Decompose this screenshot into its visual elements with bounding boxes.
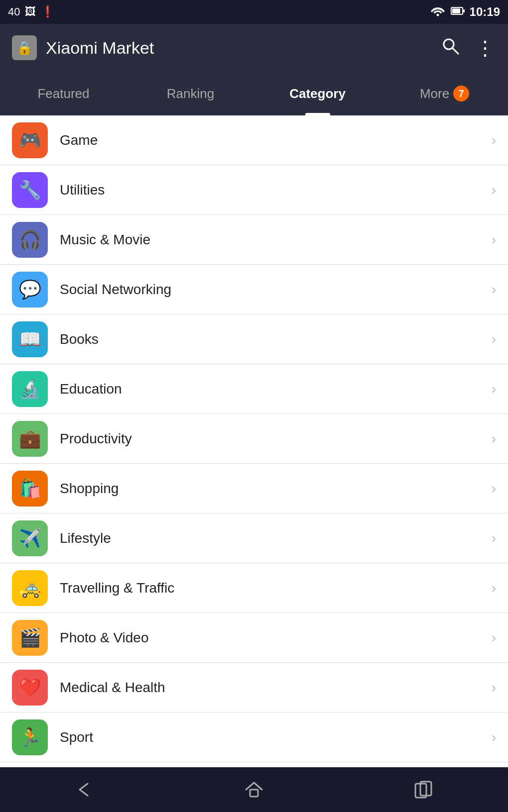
category-item-music-movie[interactable]: 🎧Music & Movie› bbox=[0, 215, 508, 265]
category-item-travelling-traffic[interactable]: 🚕Travelling & Traffic› bbox=[0, 563, 508, 613]
tab-featured[interactable]: Featured bbox=[0, 72, 127, 115]
category-list: 🎮Game›🔧Utilities›🎧Music & Movie›💬Social … bbox=[0, 115, 508, 767]
category-item-shopping[interactable]: 🛍️Shopping› bbox=[0, 464, 508, 513]
category-icon-shopping: 🛍️ bbox=[12, 471, 48, 507]
category-icon-utilities: 🔧 bbox=[12, 172, 48, 208]
category-icon-travelling-traffic: 🚕 bbox=[12, 570, 48, 606]
category-chevron-medical-health: › bbox=[492, 680, 496, 696]
time-display: 10:19 bbox=[470, 5, 500, 19]
svg-point-0 bbox=[436, 14, 439, 16]
category-chevron-utilities: › bbox=[492, 182, 496, 198]
category-item-news[interactable]: 📰News› bbox=[0, 762, 508, 767]
category-icon-game: 🎮 bbox=[12, 122, 48, 158]
category-icon-books: 📖 bbox=[12, 321, 48, 357]
app-bar-actions: ⋮ bbox=[440, 36, 496, 60]
category-item-utilities[interactable]: 🔧Utilities› bbox=[0, 165, 508, 215]
status-bar-left: 40 🖼 ❗ bbox=[8, 5, 54, 18]
category-label-lifestyle: Lifestyle bbox=[60, 530, 480, 546]
category-item-sport[interactable]: 🏃Sport› bbox=[0, 712, 508, 762]
category-chevron-lifestyle: › bbox=[492, 530, 496, 546]
bottom-nav bbox=[0, 767, 508, 812]
category-chevron-game: › bbox=[492, 132, 496, 148]
category-icon-productivity: 💼 bbox=[12, 421, 48, 457]
category-label-books: Books bbox=[60, 331, 480, 347]
svg-rect-6 bbox=[250, 790, 258, 797]
category-chevron-shopping: › bbox=[492, 481, 496, 497]
more-options-icon[interactable]: ⋮ bbox=[475, 36, 496, 59]
tab-more[interactable]: More 7 bbox=[381, 72, 508, 115]
category-label-medical-health: Medical & Health bbox=[60, 680, 480, 696]
battery-icon bbox=[451, 5, 465, 19]
category-item-photo-video[interactable]: 🎬Photo & Video› bbox=[0, 613, 508, 663]
svg-rect-2 bbox=[452, 8, 460, 13]
category-item-social-networking[interactable]: 💬Social Networking› bbox=[0, 265, 508, 314]
alert-icon: ❗ bbox=[41, 5, 54, 18]
category-item-education[interactable]: 🔬Education› bbox=[0, 364, 508, 414]
category-chevron-music-movie: › bbox=[492, 232, 496, 248]
app-bar: 🔒 Xiaomi Market ⋮ bbox=[0, 24, 508, 72]
tab-category[interactable]: Category bbox=[254, 72, 381, 115]
category-item-books[interactable]: 📖Books› bbox=[0, 314, 508, 364]
app-title: Xiaomi Market bbox=[46, 38, 154, 58]
tab-ranking[interactable]: Ranking bbox=[127, 72, 254, 115]
category-icon-lifestyle: ✈️ bbox=[12, 520, 48, 556]
category-chevron-sport: › bbox=[492, 729, 496, 745]
category-label-music-movie: Music & Movie bbox=[60, 232, 480, 248]
category-chevron-photo-video: › bbox=[492, 630, 496, 646]
category-icon-social-networking: 💬 bbox=[12, 272, 48, 307]
category-item-lifestyle[interactable]: ✈️Lifestyle› bbox=[0, 513, 508, 563]
status-bar: 40 🖼 ❗ 10:19 bbox=[0, 0, 508, 24]
svg-rect-3 bbox=[463, 9, 465, 12]
app-logo-icon: 🔒 bbox=[12, 35, 37, 60]
category-icon-music-movie: 🎧 bbox=[12, 222, 48, 258]
category-label-social-networking: Social Networking bbox=[60, 282, 480, 298]
category-item-game[interactable]: 🎮Game› bbox=[0, 115, 508, 165]
recents-button[interactable] bbox=[403, 775, 443, 805]
category-chevron-books: › bbox=[492, 331, 496, 347]
category-chevron-travelling-traffic: › bbox=[492, 580, 496, 596]
category-chevron-productivity: › bbox=[492, 431, 496, 447]
category-label-utilities: Utilities bbox=[60, 182, 480, 198]
category-icon-sport: 🏃 bbox=[12, 719, 48, 755]
category-label-game: Game bbox=[60, 132, 480, 148]
svg-line-5 bbox=[452, 48, 458, 54]
category-label-sport: Sport bbox=[60, 729, 480, 745]
category-chevron-education: › bbox=[492, 381, 496, 397]
wifi-icon bbox=[430, 4, 446, 19]
main-container: 🔒 Xiaomi Market ⋮ Featured Ranking Categ… bbox=[0, 24, 508, 812]
back-button[interactable] bbox=[65, 775, 105, 805]
category-label-shopping: Shopping bbox=[60, 481, 480, 497]
app-bar-left: 🔒 Xiaomi Market bbox=[12, 35, 154, 60]
status-bar-right: 10:19 bbox=[430, 4, 500, 19]
category-icon-education: 🔬 bbox=[12, 371, 48, 407]
category-label-travelling-traffic: Travelling & Traffic bbox=[60, 580, 480, 596]
camera-icon: 🖼 bbox=[25, 5, 36, 18]
category-label-productivity: Productivity bbox=[60, 431, 480, 447]
category-item-medical-health[interactable]: ❤️Medical & Health› bbox=[0, 663, 508, 712]
category-icon-medical-health: ❤️ bbox=[12, 670, 48, 706]
category-chevron-social-networking: › bbox=[492, 282, 496, 298]
tab-bar: Featured Ranking Category More 7 bbox=[0, 72, 508, 115]
category-list-container: 🎮Game›🔧Utilities›🎧Music & Movie›💬Social … bbox=[0, 115, 508, 767]
category-icon-photo-video: 🎬 bbox=[12, 620, 48, 656]
search-icon[interactable] bbox=[440, 36, 460, 60]
category-label-photo-video: Photo & Video bbox=[60, 630, 480, 646]
category-item-productivity[interactable]: 💼Productivity› bbox=[0, 414, 508, 464]
battery-percent: 40 bbox=[8, 5, 20, 18]
category-label-education: Education bbox=[60, 381, 480, 397]
home-button[interactable] bbox=[234, 775, 274, 805]
more-badge: 7 bbox=[453, 86, 469, 102]
